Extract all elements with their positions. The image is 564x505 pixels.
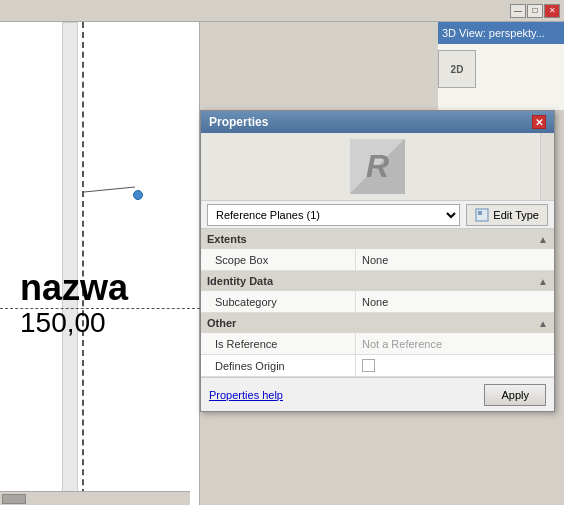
extents-collapse-icon[interactable]: ▲ bbox=[538, 234, 548, 245]
type-selector-dropdown[interactable]: Reference Planes (1) bbox=[207, 204, 460, 226]
panel-close-button[interactable]: ✕ bbox=[532, 115, 546, 129]
leader-line-svg bbox=[0, 22, 200, 252]
panel-title: Properties bbox=[209, 115, 268, 129]
2d-label: 2D bbox=[451, 64, 464, 75]
prop-value-subcategory[interactable]: None bbox=[356, 291, 554, 312]
prop-value-defines-origin[interactable] bbox=[356, 355, 554, 376]
prop-value-is-reference: Not a Reference bbox=[356, 333, 554, 354]
left-sidebar-strip bbox=[62, 22, 78, 505]
edit-type-label: Edit Type bbox=[493, 209, 539, 221]
3d-view-title: 3D View: perspekty... bbox=[438, 22, 564, 44]
drawing-canvas: nazwa 150,00 bbox=[0, 22, 200, 505]
defines-origin-checkbox-cell[interactable] bbox=[362, 359, 375, 372]
revit-logo-area: R bbox=[201, 133, 554, 201]
edit-type-button[interactable]: Edit Type bbox=[466, 204, 548, 226]
other-collapse-icon[interactable]: ▲ bbox=[538, 318, 548, 329]
prop-name-is-reference: Is Reference bbox=[201, 333, 356, 354]
properties-panel: Properties ✕ R Reference Planes (1) Edit… bbox=[200, 110, 555, 412]
identity-collapse-icon[interactable]: ▲ bbox=[538, 276, 548, 287]
2d-view-button[interactable]: 2D bbox=[438, 50, 476, 88]
prop-name-subcategory: Subcategory bbox=[201, 291, 356, 312]
reference-dot bbox=[133, 190, 143, 200]
window-controls: — □ ✕ bbox=[0, 0, 564, 22]
identity-data-label: Identity Data bbox=[207, 275, 273, 287]
extents-section-header: Extents ▲ bbox=[201, 229, 554, 249]
other-section-header: Other ▲ bbox=[201, 313, 554, 333]
properties-help-link[interactable]: Properties help bbox=[209, 389, 283, 401]
prop-name-defines-origin: Defines Origin bbox=[201, 355, 356, 376]
prop-value-scope-box[interactable]: None bbox=[356, 249, 554, 270]
apply-button[interactable]: Apply bbox=[484, 384, 546, 406]
panel-footer: Properties help Apply bbox=[201, 377, 554, 411]
table-row: Is Reference Not a Reference bbox=[201, 333, 554, 355]
table-row: Defines Origin bbox=[201, 355, 554, 377]
plane-name-text: nazwa bbox=[20, 267, 128, 309]
defines-origin-checkbox[interactable] bbox=[362, 359, 375, 372]
panel-titlebar: Properties ✕ bbox=[201, 111, 554, 133]
revit-letter: R bbox=[366, 148, 389, 185]
type-selector-row: Reference Planes (1) Edit Type bbox=[201, 201, 554, 229]
close-window-button[interactable]: ✕ bbox=[544, 4, 560, 18]
svg-rect-2 bbox=[478, 211, 482, 215]
prop-name-scope-box: Scope Box bbox=[201, 249, 356, 270]
svg-line-0 bbox=[84, 187, 135, 192]
revit-logo: R bbox=[350, 139, 405, 194]
dimension-text: 150,00 bbox=[20, 307, 106, 339]
extents-label: Extents bbox=[207, 233, 247, 245]
maximize-button[interactable]: □ bbox=[527, 4, 543, 18]
reference-plane-vertical bbox=[82, 22, 84, 505]
edit-type-icon bbox=[475, 208, 489, 222]
horizontal-scrollbar[interactable] bbox=[0, 491, 190, 505]
logo-panel-scrollbar[interactable] bbox=[540, 133, 554, 200]
minimize-button[interactable]: — bbox=[510, 4, 526, 18]
properties-table: Extents ▲ Scope Box None Identity Data ▲… bbox=[201, 229, 554, 377]
scroll-thumb[interactable] bbox=[2, 494, 26, 504]
3d-view-panel: 3D View: perspekty... 2D bbox=[438, 22, 564, 110]
identity-data-section-header: Identity Data ▲ bbox=[201, 271, 554, 291]
table-row: Subcategory None bbox=[201, 291, 554, 313]
other-label: Other bbox=[207, 317, 236, 329]
3d-view-label: 3D View: perspekty... bbox=[442, 27, 545, 39]
table-row: Scope Box None bbox=[201, 249, 554, 271]
